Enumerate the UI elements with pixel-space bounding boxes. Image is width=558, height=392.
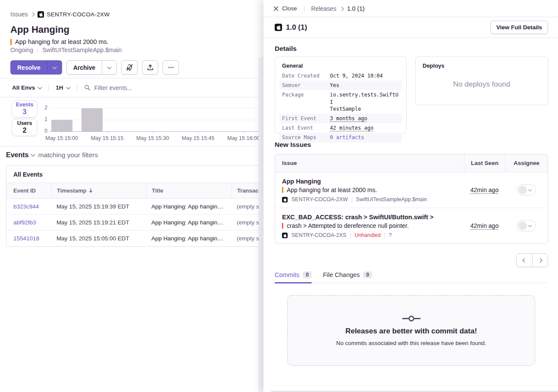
bell-slash-icon (126, 64, 133, 71)
new-issue-annotation: SwiftUITestSampleApp.$main (356, 196, 427, 202)
drawer-close-button[interactable]: Close (273, 5, 297, 12)
new-issue-message: crash > Attempted to dereference null po… (287, 222, 409, 229)
release-drawer: Close Releases 1.0 (1) 1.0 (1) View Full… (263, 0, 558, 392)
more-actions-button[interactable] (163, 60, 179, 75)
avatar (518, 186, 527, 194)
new-issues-table: Issue Last Seen Assignee App Hanging App… (275, 154, 548, 244)
event-timestamp: May 15, 2025 15:19:21 EDT (51, 219, 146, 226)
new-issue-project: SENTRY-COCOA-2XS (292, 232, 346, 238)
event-row[interactable]: 15541018 May 15, 2025 15:05:00 EDT App H… (6, 230, 263, 246)
chevron-down-icon (528, 187, 532, 191)
divider (385, 233, 385, 238)
chevron-left-icon (522, 258, 527, 262)
event-row[interactable]: abf92fb3 May 15, 2025 15:19:21 EDT App H… (6, 215, 263, 230)
divider (352, 197, 352, 202)
archive-button[interactable]: Archive (66, 60, 117, 75)
view-full-details-button[interactable]: View Full Details (490, 21, 548, 34)
event-id-link[interactable]: b323c944 (6, 203, 51, 210)
source-maps-link[interactable]: 0 artifacts (330, 134, 399, 141)
event-title: App Hanging: App hangin… (146, 235, 232, 242)
issue-title: App Hanging (10, 24, 69, 35)
mute-button[interactable] (121, 60, 138, 75)
new-issue-row: App Hanging App hanging for at least 200… (275, 172, 548, 208)
apple-platform-icon (282, 197, 288, 202)
events-section-heading: Events matching your filters (6, 151, 98, 159)
tab-file-changes[interactable]: File Changes 0 (323, 270, 372, 283)
event-id-link[interactable]: 15541018 (6, 235, 51, 242)
archive-button-label[interactable]: Archive (67, 61, 102, 74)
issue-meta: Ongoing SwiftUITestSampleApp.$main (10, 47, 122, 53)
resolve-button[interactable]: Resolve (10, 60, 62, 75)
event-title: App Hanging: App hangin… (146, 203, 232, 210)
level-warning-bar (282, 187, 283, 193)
commit-icon (401, 314, 421, 323)
resolve-dropdown-button[interactable] (47, 61, 62, 74)
general-card-title: General (282, 62, 399, 69)
divider (38, 47, 38, 53)
new-issue-title-link[interactable]: App Hanging (282, 178, 460, 185)
chevron-down-icon (38, 85, 42, 89)
column-timestamp[interactable]: Timestamp (51, 183, 146, 198)
events-heading-dropdown[interactable]: Events (6, 151, 34, 159)
all-events-title: All Events (6, 166, 263, 183)
column-event-id[interactable]: Event ID (6, 183, 51, 198)
avatar (518, 221, 527, 230)
issue-action-row: Resolve Archive (10, 60, 179, 75)
sentry-app: Issues SENTRY-COCOA-2XW App Hanging App … (0, 0, 558, 392)
breadcrumb-project[interactable]: SENTRY-COCOA-2XW (38, 11, 110, 18)
divider (48, 85, 49, 90)
drawer-tabs: Commits 0 File Changes 0 (275, 270, 548, 283)
page-sidebar-sliver (259, 58, 263, 392)
chevron-right-icon (31, 12, 35, 17)
general-row: Date Created Oct 9, 2024 10:04 (279, 71, 402, 81)
event-id-link[interactable]: abf92fb3 (6, 219, 51, 226)
environment-selector[interactable]: All Envs (12, 84, 41, 91)
last-seen-value: 42min ago (470, 222, 498, 229)
chart-bar (51, 120, 72, 131)
filter-events-input[interactable] (94, 84, 224, 91)
new-issue-row: EXC_BAD_ACCESS: crash > SwiftUI/Button.s… (275, 208, 548, 243)
event-title: App Hanging: App hangin… (146, 219, 232, 226)
assignee-selector[interactable] (517, 184, 536, 196)
tab-commits[interactable]: Commits 0 (275, 270, 312, 283)
chevron-right-icon (339, 6, 344, 11)
event-row[interactable]: b323c944 May 15, 2025 15:19:39 EDT App H… (6, 199, 263, 215)
search-icon (84, 84, 91, 91)
apple-platform-icon (38, 11, 44, 18)
archive-dropdown-button[interactable] (102, 61, 116, 74)
time-range-selector[interactable]: 1H (56, 84, 69, 91)
chevron-down-icon (66, 85, 70, 89)
chevron-down-icon (31, 152, 35, 157)
x-axis-label: May 15 16:00 (224, 135, 263, 141)
column-title[interactable]: Title (146, 183, 232, 198)
ellipsis-icon (167, 64, 175, 71)
assignee-selector[interactable] (517, 220, 536, 231)
issues-pagination (516, 253, 548, 267)
divider (350, 233, 351, 238)
unhandled-tag: Unhandled (354, 232, 380, 238)
unhandled-help[interactable]: ? (389, 232, 392, 238)
commits-empty-message: No commits associated with this release … (336, 340, 486, 346)
previous-page-button[interactable] (517, 254, 532, 267)
deploys-card: Deploys No deploys found (415, 56, 548, 105)
drawer-header: Close Releases 1.0 (1) (263, 0, 558, 17)
next-page-button[interactable] (532, 254, 548, 267)
event-timestamp: May 15, 2025 15:19:39 EDT (51, 203, 146, 210)
x-axis-label: May 15 15:30 (133, 135, 172, 141)
all-events-table: All Events Event ID Timestamp Title Tran… (6, 165, 263, 247)
new-issue-project: SENTRY-COCOA-2XW (292, 196, 348, 202)
event-search (84, 84, 263, 91)
drawer-breadcrumb-releases[interactable]: Releases (311, 5, 336, 12)
apple-platform-icon (282, 233, 288, 238)
chevron-down-icon (528, 223, 532, 227)
resolve-button-label[interactable]: Resolve (11, 61, 47, 74)
event-graph-section: Events 3 Users 2 012May 15 15:00May 15 1… (0, 97, 263, 146)
new-issue-title-link[interactable]: EXC_BAD_ACCESS: crash > SwiftUI/Button.s… (282, 214, 460, 221)
tab-file-changes-count: 0 (363, 271, 372, 278)
breadcrumb-issues-link[interactable]: Issues (10, 11, 28, 18)
new-issue-message: App hanging for at least 2000 ms. (287, 187, 377, 193)
tab-commits-label: Commits (275, 271, 299, 278)
chart-bar (82, 108, 103, 131)
column-assignee: Assignee (505, 154, 548, 172)
share-button[interactable] (142, 60, 158, 75)
